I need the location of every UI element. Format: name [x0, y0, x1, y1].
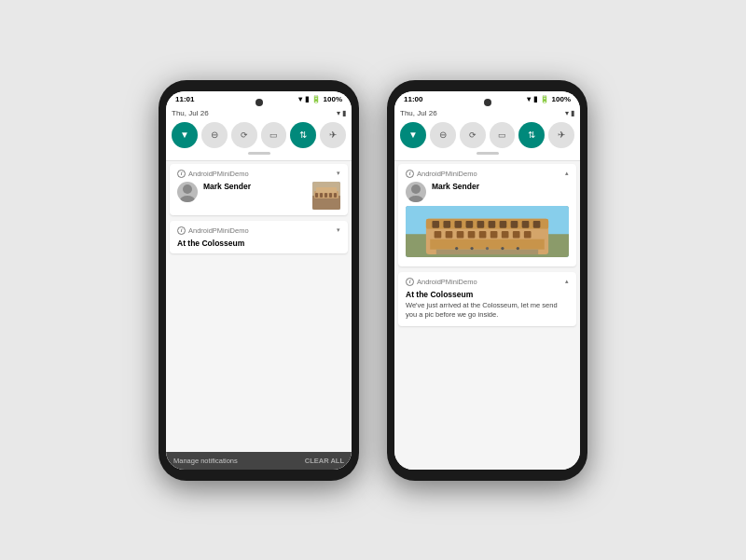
- notification-footer-1: Manage notifications CLEAR ALL: [166, 452, 352, 470]
- svg-rect-9: [329, 193, 332, 198]
- svg-point-12: [408, 196, 423, 202]
- rotate-toggle-2[interactable]: ⟳: [460, 122, 486, 148]
- battery-saver-toggle-2[interactable]: ▭: [490, 122, 516, 148]
- notification-panel-1: i AndroidPMiniDemo ▾ Mark Sender: [166, 161, 352, 470]
- svg-point-0: [183, 184, 192, 194]
- notif-1-avatar: [177, 182, 198, 202]
- battery-saver-toggle[interactable]: ▭: [261, 122, 287, 148]
- notif-3-app: AndroidPMiniDemo: [417, 170, 477, 178]
- notif-1-header: i AndroidPMiniDemo ▾: [177, 170, 340, 178]
- svg-point-41: [486, 246, 489, 249]
- battery-icon-1: 🔋: [311, 95, 321, 103]
- signal-bars-icon-2: ▮: [533, 95, 537, 103]
- notification-panel-2: i AndroidPMiniDemo ▴ Mark Sender: [394, 161, 580, 470]
- notif-3-text: Mark Sender: [432, 182, 569, 191]
- notification-3-card[interactable]: i AndroidPMiniDemo ▴ Mark Sender: [398, 164, 576, 266]
- collapse-arrow-2[interactable]: ▾: [337, 226, 340, 234]
- svg-rect-6: [315, 193, 318, 198]
- svg-rect-24: [489, 221, 496, 228]
- info-icon-1: i: [177, 170, 186, 178]
- svg-rect-28: [533, 221, 541, 228]
- svg-rect-35: [502, 230, 509, 238]
- expand-arrow-4[interactable]: ▴: [565, 278, 569, 285]
- svg-rect-32: [468, 230, 476, 238]
- signal-group-2: ▾ ▮: [565, 109, 574, 117]
- notif-4-title: At the Colosseum: [406, 290, 569, 299]
- battery-percent-1: 100%: [324, 95, 342, 103]
- battery-percent-2: 100%: [552, 95, 571, 103]
- data-transfer-toggle-2[interactable]: ⇅: [518, 122, 545, 148]
- wifi-toggle-2[interactable]: ▼: [400, 122, 426, 148]
- notif-1-thumb: [312, 182, 340, 210]
- notif-4-header: i AndroidPMiniDemo ▴: [406, 278, 569, 286]
- notif-2-app: AndroidPMiniDemo: [188, 226, 249, 235]
- status-icons-2: ▾ ▮ 🔋 100%: [527, 95, 571, 103]
- svg-point-11: [411, 184, 421, 194]
- time-2: 11:00: [404, 95, 422, 103]
- quick-settings-1: Thu, Jul 26 ▾ ▮ ▼ ⊖ ⟳ ▭ ⇅ ✈: [166, 105, 352, 161]
- quick-settings-2: Thu, Jul 26 ▾ ▮ ▼ ⊖ ⟳ ▭ ⇅ ✈: [394, 105, 580, 161]
- svg-rect-19: [432, 221, 439, 228]
- svg-point-1: [180, 196, 195, 202]
- notif-2-body: At the Colosseum: [177, 239, 340, 248]
- svg-point-40: [470, 246, 473, 249]
- notif-2-text: At the Colosseum: [177, 239, 340, 248]
- qs-icon-row-2[interactable]: ▼ ⊖ ⟳ ▭ ⇅ ✈: [400, 122, 574, 148]
- svg-rect-20: [443, 221, 450, 228]
- phone-2-screen: 11:00 ▾ ▮ 🔋 100% Thu, Jul 26 ▾ ▮: [394, 91, 580, 470]
- notification-4-card[interactable]: i AndroidPMiniDemo ▴ At the Colosseum We…: [398, 272, 576, 326]
- notification-1-card[interactable]: i AndroidPMiniDemo ▾ Mark Sender: [170, 164, 348, 215]
- svg-rect-10: [334, 193, 337, 198]
- dnd-toggle[interactable]: ⊖: [201, 122, 228, 148]
- collapse-arrow-1[interactable]: ▾: [337, 170, 340, 177]
- notif-3-sender: Mark Sender: [432, 182, 569, 191]
- svg-rect-33: [479, 230, 487, 238]
- svg-rect-8: [325, 193, 327, 198]
- status-bar-2: 11:00 ▾ ▮ 🔋 100%: [394, 91, 580, 105]
- svg-rect-22: [466, 221, 474, 228]
- airplane-toggle[interactable]: ✈: [320, 122, 346, 148]
- notif-4-app: AndroidPMiniDemo: [417, 278, 477, 286]
- qs-icon-row-1[interactable]: ▼ ⊖ ⟳ ▭ ⇅ ✈: [172, 122, 346, 148]
- wifi-signal-icon-2: ▾: [527, 95, 531, 103]
- notif-3-header: i AndroidPMiniDemo ▴: [406, 170, 569, 178]
- svg-rect-21: [455, 221, 463, 228]
- svg-rect-37: [524, 230, 532, 238]
- notif-1-text: Mark Sender: [203, 182, 307, 191]
- airplane-toggle-2[interactable]: ✈: [548, 122, 574, 148]
- svg-rect-30: [446, 230, 453, 238]
- svg-rect-38: [436, 249, 538, 253]
- svg-rect-26: [511, 221, 518, 228]
- svg-rect-7: [320, 193, 323, 198]
- notif-4-body: At the Colosseum We've just arrived at t…: [406, 290, 569, 321]
- notif-2-header: i AndroidPMiniDemo ▾: [177, 226, 340, 235]
- battery-icon-2: 🔋: [540, 95, 549, 103]
- expand-arrow-3[interactable]: ▴: [565, 170, 569, 177]
- qs-date-2: Thu, Jul 26 ▾ ▮: [400, 109, 574, 117]
- svg-rect-25: [500, 221, 507, 228]
- dnd-toggle-2[interactable]: ⊖: [430, 122, 456, 148]
- svg-point-43: [517, 246, 519, 249]
- status-icons-1: ▾ ▮ 🔋 100%: [298, 95, 342, 103]
- bars-qs-icon-2: ▮: [571, 109, 574, 117]
- wifi-toggle[interactable]: ▼: [172, 122, 198, 148]
- info-icon-2: i: [177, 226, 186, 235]
- wifi-signal-icon: ▾: [298, 95, 302, 103]
- svg-rect-34: [490, 230, 498, 238]
- clear-all-button[interactable]: CLEAR ALL: [305, 457, 344, 465]
- svg-rect-29: [435, 230, 442, 238]
- wifi-qs-icon-2: ▾: [565, 109, 569, 117]
- info-icon-4: i: [406, 278, 414, 286]
- svg-rect-23: [477, 221, 485, 228]
- info-icon-3: i: [406, 170, 414, 178]
- manage-notifications-link[interactable]: Manage notifications: [173, 457, 238, 465]
- svg-rect-36: [513, 230, 520, 238]
- colosseum-image: [406, 206, 569, 257]
- data-transfer-toggle[interactable]: ⇅: [290, 122, 316, 148]
- qs-date-1: Thu, Jul 26 ▾ ▮: [172, 109, 346, 117]
- notification-2-card[interactable]: i AndroidPMiniDemo ▾ At the Colosseum: [170, 221, 348, 253]
- notif-1-body: Mark Sender: [177, 182, 340, 210]
- bars-qs-icon: ▮: [342, 109, 346, 117]
- rotate-toggle[interactable]: ⟳: [231, 122, 257, 148]
- notif-3-avatar: [406, 182, 426, 202]
